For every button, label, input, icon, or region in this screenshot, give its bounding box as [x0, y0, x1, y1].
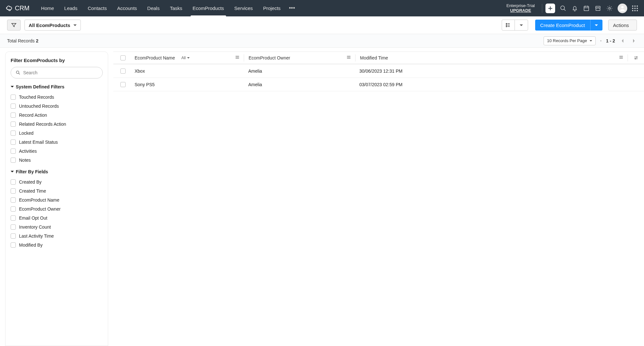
checkbox[interactable]: [11, 158, 16, 163]
nav-tab-services[interactable]: Services: [229, 0, 258, 16]
add-button[interactable]: [545, 4, 555, 13]
calendar-icon[interactable]: [583, 5, 590, 12]
create-record-button: Create EcomProduct: [535, 20, 602, 31]
filter-item-label: Record Action: [19, 113, 47, 118]
bell-icon[interactable]: [571, 5, 578, 12]
filter-item[interactable]: Untouched Records: [11, 102, 103, 111]
search-icon: [15, 70, 21, 75]
checkbox[interactable]: [11, 197, 16, 203]
nav-tab-contacts[interactable]: Contacts: [82, 0, 112, 16]
nav-more-icon[interactable]: •••: [286, 5, 298, 12]
filter-item[interactable]: Touched Records: [11, 93, 103, 102]
filter-panel-toggle[interactable]: [7, 20, 21, 31]
records-per-page-selector[interactable]: 10 Records Per Page: [544, 36, 596, 45]
store-icon[interactable]: [594, 5, 601, 12]
nav-tab-label: Services: [234, 5, 253, 11]
prev-page-button[interactable]: [620, 39, 626, 43]
checkbox[interactable]: [11, 113, 16, 118]
column-header-modified[interactable]: Modified Time: [360, 55, 388, 60]
column-menu-owner[interactable]: [346, 55, 351, 61]
view-selector-label: All EcomProducts: [29, 23, 70, 28]
column-header-name[interactable]: EcomProduct Name: [135, 55, 175, 60]
avatar[interactable]: [618, 4, 627, 13]
row-checkbox[interactable]: [120, 68, 126, 74]
trial-box: Enterprise-Trial UPGRADE: [507, 4, 535, 13]
filter-item[interactable]: Created Time: [11, 187, 103, 196]
filter-search[interactable]: [11, 67, 103, 78]
hamburger-icon: [619, 55, 624, 60]
nav-tab-tasks[interactable]: Tasks: [165, 0, 187, 16]
hamburger-icon: [235, 55, 240, 60]
create-dropdown[interactable]: [590, 20, 602, 31]
checkbox[interactable]: [11, 215, 16, 221]
filter-item[interactable]: Activities: [11, 147, 103, 156]
svg-point-5: [634, 5, 636, 7]
checkbox[interactable]: [11, 104, 16, 109]
nav-tab-label: Tasks: [170, 5, 182, 11]
column-menu-modified[interactable]: [619, 55, 624, 61]
column-name-all-filter[interactable]: All: [181, 56, 189, 60]
column-menu-name[interactable]: [235, 55, 240, 61]
search-icon[interactable]: [560, 5, 567, 12]
checkbox[interactable]: [11, 188, 16, 194]
filter-item[interactable]: Notes: [11, 156, 103, 165]
list-view-button[interactable]: [502, 20, 515, 30]
column-settings-button[interactable]: [628, 55, 644, 60]
gear-icon[interactable]: [606, 5, 613, 12]
select-all-checkbox[interactable]: [120, 55, 126, 60]
brand[interactable]: CRM: [6, 5, 30, 12]
nav-tab-label: Home: [41, 5, 54, 11]
view-mode-dropdown[interactable]: [515, 20, 528, 30]
table-row[interactable]: Xbox Amelia 30/06/2023 12:31 PM: [113, 64, 644, 78]
nav-tab-label: Projects: [263, 5, 280, 11]
row-checkbox[interactable]: [120, 82, 126, 87]
checkbox[interactable]: [11, 95, 16, 100]
caret-down-icon: [595, 24, 598, 28]
nav-tab-accounts[interactable]: Accounts: [112, 0, 142, 16]
filter-item[interactable]: Inventory Count: [11, 223, 103, 232]
svg-point-15: [506, 26, 507, 27]
view-selector[interactable]: All EcomProducts: [24, 20, 81, 31]
filter-item[interactable]: Related Records Action: [11, 120, 103, 129]
filter-group-system[interactable]: System Defined Filters: [11, 84, 103, 89]
checkbox[interactable]: [11, 140, 16, 145]
nav-tab-ecomproducts[interactable]: EcomProducts: [187, 0, 229, 16]
nav-tab-home[interactable]: Home: [36, 0, 59, 16]
list-icon: [505, 22, 511, 28]
checkbox[interactable]: [11, 179, 16, 185]
create-button[interactable]: Create EcomProduct: [535, 20, 590, 31]
svg-point-18: [635, 58, 636, 59]
next-page-button[interactable]: [630, 39, 637, 43]
filter-sidebar: Filter EcomProducts by System Defined Fi…: [5, 51, 108, 346]
checkbox[interactable]: [11, 224, 16, 230]
checkbox[interactable]: [11, 233, 16, 239]
checkbox[interactable]: [11, 149, 16, 154]
filter-item[interactable]: Created By: [11, 178, 103, 187]
table-row[interactable]: Sony PS5 Amelia 03/07/2023 02:59 PM: [113, 78, 644, 91]
filter-item[interactable]: Email Opt Out: [11, 214, 103, 223]
total-records-label: Total Records 2: [7, 38, 38, 43]
filter-item-label: Last Activity Time: [19, 233, 54, 239]
nav-tab-deals[interactable]: Deals: [142, 0, 165, 16]
nav-tab-leads[interactable]: Leads: [59, 0, 83, 16]
filter-item[interactable]: Latest Email Status: [11, 138, 103, 147]
filter-item[interactable]: Record Action: [11, 111, 103, 120]
column-header-owner[interactable]: EcomProduct Owner: [249, 55, 290, 60]
apps-grid-icon[interactable]: [632, 5, 638, 12]
actions-button[interactable]: Actions: [608, 20, 637, 31]
checkbox[interactable]: [11, 131, 16, 136]
brand-logo-icon: [6, 5, 13, 12]
filter-item[interactable]: EcomProduct Name: [11, 196, 103, 205]
upgrade-link[interactable]: UPGRADE: [507, 8, 535, 13]
cell-owner: Amelia: [248, 68, 262, 74]
filter-item[interactable]: EcomProduct Owner: [11, 205, 103, 214]
nav-tab-projects[interactable]: Projects: [258, 0, 286, 16]
filter-item[interactable]: Modified By: [11, 241, 103, 250]
filter-search-input[interactable]: [23, 70, 98, 75]
filter-item[interactable]: Last Activity Time: [11, 232, 103, 241]
checkbox[interactable]: [11, 206, 16, 212]
checkbox[interactable]: [11, 122, 16, 127]
checkbox[interactable]: [11, 242, 16, 248]
filter-group-fields[interactable]: Filter By Fields: [11, 169, 103, 174]
filter-item[interactable]: Locked: [11, 129, 103, 138]
